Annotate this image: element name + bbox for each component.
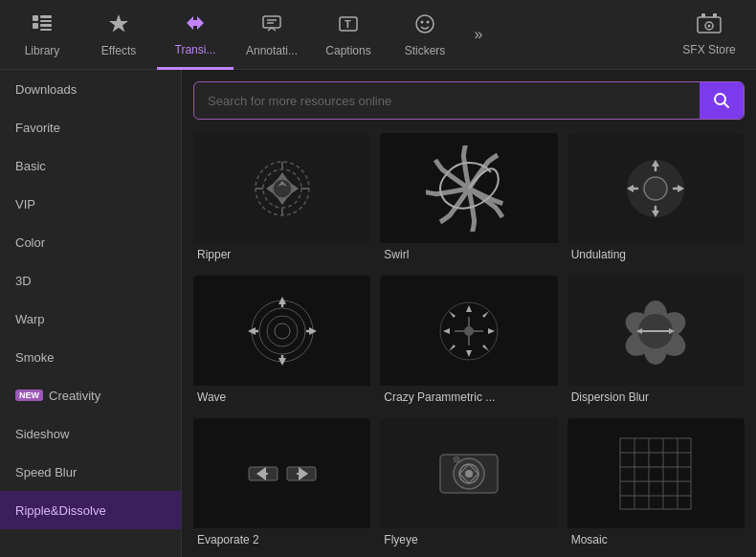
sidebar-label-speedblur: Speed Blur xyxy=(15,465,77,479)
grid-item-mosaic[interactable]: Mosaic xyxy=(567,418,745,551)
grid-item-undulating[interactable]: Undulating xyxy=(567,133,745,266)
content-area: Ripper @keyframes swirl-rotate { from { … xyxy=(182,70,756,557)
svg-rect-3 xyxy=(40,20,52,22)
new-badge-creativity: NEW xyxy=(15,390,43,401)
grid-item-evaporate[interactable]: Evaporate 2 xyxy=(193,418,370,551)
grid-item-crazy[interactable]: Crazy Parammetric ... xyxy=(380,276,557,409)
thumb-undulating xyxy=(567,133,745,243)
svg-rect-16 xyxy=(701,13,705,17)
library-icon xyxy=(30,11,55,40)
svg-marker-48 xyxy=(488,328,495,334)
grid-item-ripper[interactable]: Ripper xyxy=(193,133,370,266)
thumb-dispersion xyxy=(567,276,745,386)
svg-rect-4 xyxy=(40,24,52,27)
svg-point-12 xyxy=(416,15,434,33)
nav-stickers-label: Stickers xyxy=(405,44,446,57)
svg-point-19 xyxy=(708,24,711,27)
nav-effects-label: Effects xyxy=(101,44,136,57)
sidebar-item-color[interactable]: Color xyxy=(0,223,181,261)
sidebar-label-ripple: Ripple&Dissolve xyxy=(15,503,106,518)
svg-point-74 xyxy=(465,470,473,478)
label-evaporate: Evaporate 2 xyxy=(193,528,370,551)
transitions-grid: Ripper @keyframes swirl-rotate { from { … xyxy=(193,133,745,557)
sidebar: Downloads Favorite Basic VIP Color 3D Wa… xyxy=(0,70,182,557)
svg-point-13 xyxy=(421,21,424,24)
nav-more-button[interactable]: » xyxy=(463,0,494,70)
svg-point-38 xyxy=(267,316,298,346)
svg-marker-50 xyxy=(482,311,489,318)
grid-item-dispersion[interactable]: Dispersion Blur xyxy=(567,276,745,409)
nav-sfx-label: SFX Store xyxy=(682,43,735,56)
nav-library-label: Library xyxy=(25,44,60,57)
sidebar-label-basic: Basic xyxy=(15,159,46,173)
search-input[interactable] xyxy=(194,84,700,118)
thumb-mosaic xyxy=(567,418,745,528)
nav-annotations-label: Annotati... xyxy=(246,44,298,57)
svg-marker-52 xyxy=(482,345,489,351)
nav-captions[interactable]: T Captions xyxy=(310,0,387,70)
thumb-wave xyxy=(193,276,370,386)
transitions-icon xyxy=(183,11,208,39)
thumb-swirl: @keyframes swirl-rotate { from { transfo… xyxy=(380,133,557,243)
nav-sfx-store[interactable]: SFX Store xyxy=(666,0,752,70)
sfx-icon xyxy=(696,13,723,39)
nav-transitions-label: Transi... xyxy=(175,43,216,56)
sidebar-label-creativity: Creativity xyxy=(49,389,100,403)
thumb-ripper xyxy=(193,133,370,243)
sidebar-item-warp[interactable]: Warp xyxy=(0,300,181,338)
svg-point-39 xyxy=(275,323,290,339)
svg-point-35 xyxy=(644,177,667,200)
svg-rect-5 xyxy=(40,29,52,31)
svg-point-55 xyxy=(464,326,474,336)
sidebar-label-downloads: Downloads xyxy=(15,82,77,97)
search-bar xyxy=(193,81,745,120)
nav-annotations[interactable]: Annotati... xyxy=(233,0,310,70)
svg-text:T: T xyxy=(345,18,351,30)
label-dispersion: Dispersion Blur xyxy=(567,386,745,409)
nav-stickers[interactable]: Stickers xyxy=(387,0,463,70)
svg-marker-45 xyxy=(466,305,472,312)
svg-rect-76 xyxy=(620,438,691,509)
grid-item-swirl[interactable]: @keyframes swirl-rotate { from { transfo… xyxy=(380,133,557,266)
sidebar-item-ripple[interactable]: Ripple&Dissolve xyxy=(0,491,181,529)
sidebar-item-smoke[interactable]: Smoke xyxy=(0,338,181,376)
svg-marker-46 xyxy=(466,350,472,357)
sidebar-item-3d[interactable]: 3D xyxy=(0,261,181,300)
sidebar-label-smoke: Smoke xyxy=(15,350,54,365)
sidebar-item-speedblur[interactable]: Speed Blur xyxy=(0,453,181,491)
svg-rect-1 xyxy=(33,23,38,29)
sidebar-label-color: Color xyxy=(15,235,45,250)
sidebar-label-vip: VIP xyxy=(15,197,35,212)
grid-item-flyeye[interactable]: Flyeye xyxy=(380,418,557,551)
svg-point-36 xyxy=(252,301,313,362)
thumb-flyeye xyxy=(380,418,557,528)
svg-marker-47 xyxy=(443,328,450,334)
thumb-crazy xyxy=(380,276,557,386)
sidebar-item-favorite[interactable]: Favorite xyxy=(0,108,181,146)
nav-transitions[interactable]: Transi... xyxy=(157,0,233,70)
svg-point-75 xyxy=(454,457,459,462)
annotations-icon xyxy=(259,11,284,40)
sidebar-label-3d: 3D xyxy=(15,274,32,288)
svg-point-14 xyxy=(427,21,430,24)
label-crazy: Crazy Parammetric ... xyxy=(380,386,557,409)
nav-captions-label: Captions xyxy=(325,44,370,57)
sidebar-item-downloads[interactable]: Downloads xyxy=(0,70,181,108)
grid-item-wave[interactable]: Wave xyxy=(193,276,370,409)
captions-icon: T xyxy=(336,11,361,40)
sidebar-item-creativity[interactable]: NEW Creativity xyxy=(0,376,181,414)
svg-rect-7 xyxy=(263,16,280,28)
search-button[interactable] xyxy=(700,82,744,119)
nav-effects[interactable]: Effects xyxy=(80,0,157,70)
label-swirl: Swirl xyxy=(380,243,557,266)
top-nav: Library Effects Transi... Annotati... xyxy=(0,0,756,70)
sidebar-item-sideshow[interactable]: Sideshow xyxy=(0,414,181,453)
label-flyeye: Flyeye xyxy=(380,528,557,551)
nav-more-icon: » xyxy=(475,26,483,43)
label-undulating: Undulating xyxy=(567,243,745,266)
sidebar-item-basic[interactable]: Basic xyxy=(0,146,181,185)
sidebar-item-vip[interactable]: VIP xyxy=(0,185,181,223)
svg-rect-17 xyxy=(713,13,717,17)
svg-point-37 xyxy=(259,308,305,354)
nav-library[interactable]: Library xyxy=(4,0,80,70)
